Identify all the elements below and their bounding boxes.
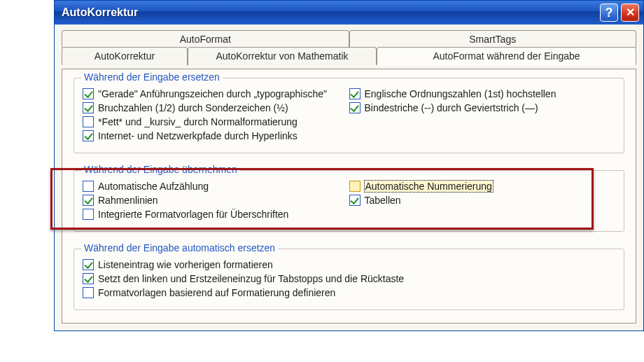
checkbox-icon [83, 287, 94, 298]
group3-left: Listeneintrag wie vorherigen formatieren… [83, 256, 615, 301]
checkbox-icon [349, 195, 360, 206]
checkbox-icon [349, 102, 360, 113]
tab-autoformat-typing[interactable]: AutoFormat während der Eingabe [377, 47, 636, 65]
chk-fractions[interactable]: Bruchzahlen (1/2) durch Sonderzeichen (½… [83, 102, 349, 113]
close-icon: ✕ [626, 7, 635, 18]
chk-indent-tab-back[interactable]: Setzt den linken und Erstzeileneinzug fü… [83, 273, 615, 284]
checkbox-icon [83, 209, 94, 220]
chk-dashes[interactable]: Bindestriche (--) durch Geviertstrich (—… [349, 102, 616, 113]
chk-tables[interactable]: Tabellen [349, 195, 616, 206]
close-button[interactable]: ✕ [621, 4, 639, 22]
group-title: Während der Eingabe automatisch ersetzen [81, 242, 278, 253]
group-apply-typing: Während der Eingabe übernehmen Automatis… [74, 170, 624, 232]
tab-row-lower: AutoKorrektur AutoKorrektur von Mathemat… [62, 47, 636, 65]
checkbox-icon [349, 88, 360, 99]
tab-autokorrektur[interactable]: AutoKorrektur [62, 47, 188, 65]
checkbox-icon [83, 181, 94, 192]
chk-hyperlinks[interactable]: Internet- und Netzwerkpfade durch Hyperl… [83, 130, 349, 141]
group1-left: "Gerade" Anführungszeichen durch „typogr… [83, 85, 349, 144]
group-auto-replace: Während der Eingabe automatisch ersetzen… [74, 249, 624, 310]
checkbox-icon [83, 273, 94, 284]
tab-autokorrektur-math[interactable]: AutoKorrektur von Mathematik [188, 47, 377, 65]
group2-left: Automatische Aufzählung Rahmenlinien Int… [83, 178, 349, 223]
checkbox-icon [83, 130, 94, 141]
tab-panel: Während der Eingabe ersetzen "Gerade" An… [62, 69, 636, 323]
checkbox-icon [83, 88, 94, 99]
tab-row-upper: AutoFormat SmartTags [62, 30, 636, 48]
checkbox-icon [83, 259, 94, 270]
dialog-autokorrektur: AutoKorrektur ? ✕ AutoFormat SmartTags A… [54, 0, 644, 331]
chk-heading-styles[interactable]: Integrierte Formatvorlagen für Überschri… [83, 209, 349, 220]
checkbox-icon [83, 195, 94, 206]
tab-strip: AutoFormat SmartTags AutoKorrektur AutoK… [62, 30, 636, 65]
group2-right: Automatische Nummerierung Tabellen [349, 178, 616, 223]
group1-right: Englische Ordnungszahlen (1st) hochstell… [349, 85, 616, 144]
chk-list-format[interactable]: Listeneintrag wie vorherigen formatieren [83, 259, 615, 270]
chk-define-styles[interactable]: Formatvorlagen basierend auf Formatierun… [83, 287, 615, 298]
window-title: AutoKorrektur [62, 6, 597, 19]
tab-autoformat[interactable]: AutoFormat [62, 30, 349, 48]
tab-smarttags[interactable]: SmartTags [349, 30, 637, 48]
chk-ordinals[interactable]: Englische Ordnungszahlen (1st) hochstell… [349, 88, 616, 99]
group-replace-typing: Während der Eingabe ersetzen "Gerade" An… [74, 78, 624, 153]
chk-quotes[interactable]: "Gerade" Anführungszeichen durch „typogr… [83, 88, 349, 99]
checkbox-icon [349, 181, 360, 192]
titlebar[interactable]: AutoKorrektur ? ✕ [55, 1, 643, 25]
dialog-client: AutoFormat SmartTags AutoKorrektur AutoK… [55, 25, 643, 330]
help-button[interactable]: ? [600, 4, 618, 22]
chk-auto-numbering[interactable]: Automatische Nummerierung [349, 181, 616, 192]
chk-auto-bullets[interactable]: Automatische Aufzählung [83, 181, 349, 192]
checkbox-icon [83, 102, 94, 113]
chk-bold-italic[interactable]: *Fett* und _kursiv_ durch Normalformatie… [83, 116, 349, 127]
checkbox-icon [83, 116, 94, 127]
chk-borders[interactable]: Rahmenlinien [83, 195, 349, 206]
group-title: Während der Eingabe übernehmen [81, 164, 240, 175]
group-title: Während der Eingabe ersetzen [81, 71, 223, 83]
